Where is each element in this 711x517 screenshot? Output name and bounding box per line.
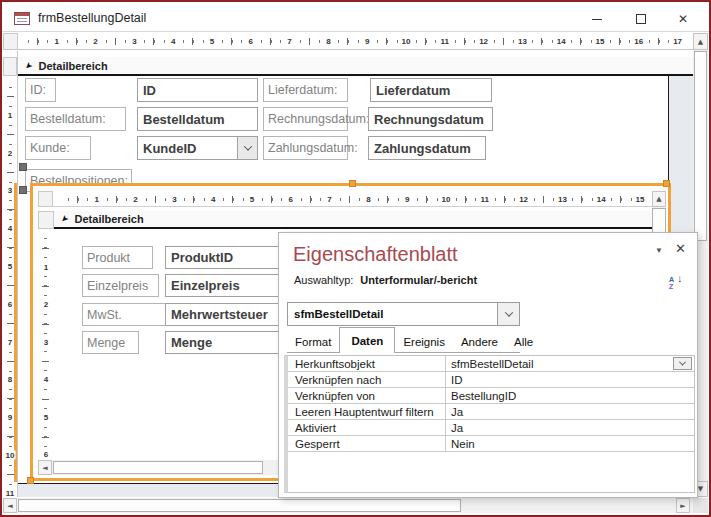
property-grid: Herkunftsobjekt sfmBestellDetail Verknüp… [284, 355, 695, 493]
ruler-number: 2 [92, 37, 98, 46]
dropdown-button[interactable] [673, 357, 692, 370]
subform-scroll-left-button[interactable]: ◄ [38, 460, 52, 475]
property-value[interactable]: sfmBestellDetail [446, 356, 694, 371]
property-row-gesperrt[interactable]: Gesperrt Nein [288, 436, 694, 452]
subform-horizontal-scroll-thumb[interactable] [53, 461, 263, 474]
subform-resize-handle-bottomleft[interactable] [27, 477, 34, 484]
textbox-zahlungsdatum[interactable]: Zahlungsdatum [368, 136, 486, 160]
ruler-number: 16 [633, 37, 644, 46]
tab-ereignis[interactable]: Ereignis [395, 331, 453, 352]
property-row-herkunftsobjekt[interactable]: Herkunftsobjekt sfmBestellDetail [288, 356, 694, 372]
textbox-mehrwertsteuer[interactable]: Mehrwertsteuer [165, 303, 285, 326]
property-value[interactable]: ID [446, 372, 694, 387]
ruler-number: 8 [325, 37, 331, 46]
selection-extent-strip [14, 183, 17, 482]
ruler-number: 3 [131, 37, 137, 46]
ruler-number: 12 [478, 37, 489, 46]
combobox-kundeid[interactable]: KundeID [137, 136, 258, 160]
property-name: Aktiviert [288, 420, 446, 435]
label-einzelpreis[interactable]: Einzelpreis [82, 274, 159, 297]
property-row-aktiviert[interactable]: Aktiviert Ja [288, 420, 694, 436]
titlebar: frmBestellungDetail ✕ [2, 2, 709, 32]
main-scroll-left-button[interactable]: ◄ [3, 498, 17, 513]
subform-horizontal-ruler[interactable]: 123456789101112131415 [38, 191, 652, 207]
maximize-button[interactable] [626, 8, 656, 30]
property-value[interactable]: Ja [446, 404, 694, 419]
property-value[interactable]: BestellungID [446, 388, 694, 403]
tab-andere[interactable]: Andere [453, 331, 506, 352]
section-arrow-icon: ➤ [23, 59, 35, 71]
ruler-number: 2 [7, 148, 13, 157]
ruler-number: 8 [7, 375, 13, 384]
horizontal-ruler[interactable]: 1234567891011121314151617 [3, 33, 693, 50]
label-id[interactable]: ID: [25, 78, 56, 102]
ruler-number: 4 [43, 375, 49, 384]
subform-resize-handle-topright[interactable] [663, 180, 670, 187]
textbox-bestelldatum[interactable]: Bestelldatum [137, 107, 258, 131]
subform-resize-handle-top[interactable] [349, 180, 356, 187]
collapse-icon[interactable]: ▼ [655, 246, 663, 255]
sort-arrow: ↓ [677, 275, 683, 282]
selection-type-value: Unterformular/-bericht [360, 274, 477, 286]
property-row-leeren-hauptentwurf[interactable]: Leeren Hauptentwurf filtern Ja [288, 404, 694, 420]
textbox-rechnungsdatum[interactable]: Rechnungsdatum [368, 107, 493, 131]
property-row-verknuepfen-nach[interactable]: Verknüpfen nach ID [288, 372, 694, 388]
ruler-number: 1 [54, 37, 60, 46]
main-vertical-scroll-thumb[interactable] [694, 51, 707, 241]
label-produkt[interactable]: Produkt [82, 246, 153, 269]
textbox-lieferdatum[interactable]: Lieferdatum [370, 78, 492, 102]
dropdown-button[interactable] [237, 137, 257, 159]
label-rechnungsdatum[interactable]: Rechnungsdatum: [263, 107, 348, 131]
property-row-verknuepfen-von[interactable]: Verknüpfen von BestellungID [288, 388, 694, 404]
section-header-label: Detailbereich [39, 60, 108, 72]
form-icon [14, 12, 30, 25]
subform-move-handle[interactable] [19, 186, 27, 194]
subform-vertical-ruler[interactable]: 123456 [38, 229, 54, 460]
main-horizontal-scroll-thumb[interactable] [18, 499, 461, 512]
subform-scroll-up-button[interactable]: ▲ [652, 191, 666, 207]
tab-daten[interactable]: Daten [339, 327, 395, 353]
textbox-menge[interactable]: Menge [165, 331, 285, 354]
tab-alle[interactable]: Alle [506, 331, 541, 352]
textbox-einzelpreis[interactable]: Einzelpreis [165, 274, 285, 297]
close-button[interactable]: ✕ [668, 8, 698, 30]
label-kunde[interactable]: Kunde: [25, 136, 91, 160]
label-move-handle[interactable] [19, 163, 27, 171]
label-lieferdatum[interactable]: Lieferdatum: [263, 78, 348, 102]
section-selector-box[interactable] [3, 57, 17, 76]
chevron-down-icon [504, 308, 512, 316]
label-bestelldatum[interactable]: Bestelldatum: [25, 107, 126, 131]
label-zahlungsdatum[interactable]: Zahlungsdatum: [263, 136, 348, 160]
textbox-id[interactable]: ID [137, 78, 258, 102]
section-header-detailbereich[interactable]: ➤ Detailbereich [18, 57, 693, 76]
minimize-button[interactable] [582, 8, 612, 30]
ruler-number: 11 [480, 194, 490, 203]
label-mwst[interactable]: MwSt. [82, 303, 171, 326]
subform-section-header-detailbereich[interactable]: ➤ Detailbereich [54, 211, 652, 229]
ruler-number: 6 [43, 450, 49, 459]
section-header-label: Detailbereich [75, 213, 144, 225]
property-name: Leeren Hauptentwurf filtern [288, 404, 446, 419]
ruler-number: 12 [518, 194, 529, 203]
ruler-number: 2 [43, 300, 49, 309]
dropdown-button[interactable] [497, 303, 519, 325]
sort-az-icon[interactable]: AZ ↓ [669, 275, 691, 295]
object-selector-combobox[interactable]: sfmBestellDetail [287, 302, 520, 326]
ruler-number: 9 [7, 413, 13, 422]
property-name: Verknüpfen von [288, 388, 446, 403]
tab-format[interactable]: Format [287, 331, 339, 352]
ruler-number: 17 [672, 37, 683, 46]
section-arrow-icon: ➤ [59, 213, 71, 225]
textbox-produktid[interactable]: ProduktID [165, 246, 285, 269]
label-menge[interactable]: Menge [82, 331, 139, 354]
ruler-number: 5 [249, 194, 255, 203]
access-form-design-window: frmBestellungDetail ✕ 123456789101112131… [0, 0, 711, 517]
subform-section-selector-box[interactable] [38, 211, 54, 229]
panel-close-icon[interactable]: ✕ [675, 241, 686, 256]
property-value[interactable]: Ja [446, 420, 694, 435]
property-value[interactable]: Nein [446, 436, 694, 451]
main-scroll-up-button[interactable]: ▲ [693, 33, 708, 50]
ruler-number: 4 [7, 224, 13, 233]
main-scroll-right-button[interactable]: ► [676, 498, 690, 513]
vertical-ruler[interactable]: 1234567891011 [3, 51, 18, 497]
